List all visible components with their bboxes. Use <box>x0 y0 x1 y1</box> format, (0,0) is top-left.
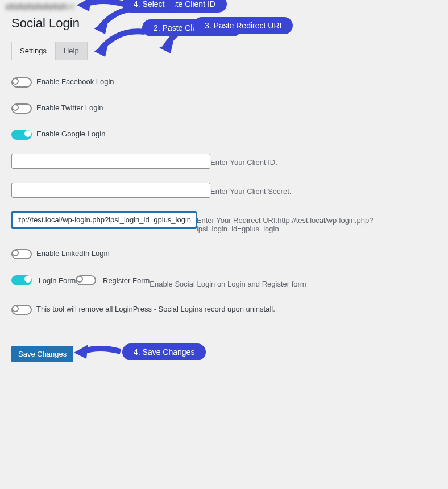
arrow-icon <box>77 0 128 14</box>
callout-redirect-uri: 3. Paste Redirect URI <box>193 17 293 34</box>
tab-settings[interactable]: Settings <box>11 42 55 60</box>
google-toggle[interactable] <box>11 130 32 140</box>
tab-help[interactable]: Help <box>55 42 88 60</box>
remove-desc: This tool will remove all LoginPress - S… <box>36 305 275 313</box>
twitter-toggle-label: Enable Twitter Login <box>36 103 103 112</box>
google-toggle-label: Enable Google Login <box>36 130 105 138</box>
facebook-toggle-label: Enable Facebook Login <box>36 77 114 86</box>
twitter-toggle[interactable] <box>11 103 32 114</box>
save-button[interactable]: Save Changes <box>11 346 73 362</box>
svg-marker-3 <box>77 0 91 11</box>
client-id-desc: Enter Your Client ID. <box>210 158 277 167</box>
arrow-icon <box>94 28 151 63</box>
client-secret-input[interactable] <box>11 183 210 198</box>
redirect-uri-input[interactable] <box>11 212 197 228</box>
callout-save: 4. Save Changes <box>122 343 206 360</box>
client-secret-desc: Enter Your Client Secret. <box>210 187 291 196</box>
facebook-toggle[interactable] <box>11 77 32 88</box>
callout-select: 4. Select <box>122 0 176 13</box>
register-form-toggle-label: Register Form <box>103 276 150 285</box>
arrow-icon <box>74 345 125 362</box>
svg-marker-4 <box>74 345 88 359</box>
register-form-toggle[interactable] <box>76 275 96 285</box>
linkedin-toggle[interactable] <box>11 249 32 259</box>
tabs: Settings Help <box>11 41 437 60</box>
client-id-input[interactable] <box>11 154 210 169</box>
client-secret-masked: xXxXxXxXxXxXxX <box>6 2 66 11</box>
login-form-toggle-label: Login Form <box>39 276 76 285</box>
remove-toggle[interactable] <box>11 305 32 315</box>
login-form-toggle[interactable] <box>11 275 32 285</box>
enable-on-desc: Enable Social Login on Login and Registe… <box>150 280 306 288</box>
linkedin-toggle-label: Enable LinkedIn Login <box>36 249 110 258</box>
redirect-uri-desc: Enter Your Redirect URI:http://test.loca… <box>197 216 437 233</box>
